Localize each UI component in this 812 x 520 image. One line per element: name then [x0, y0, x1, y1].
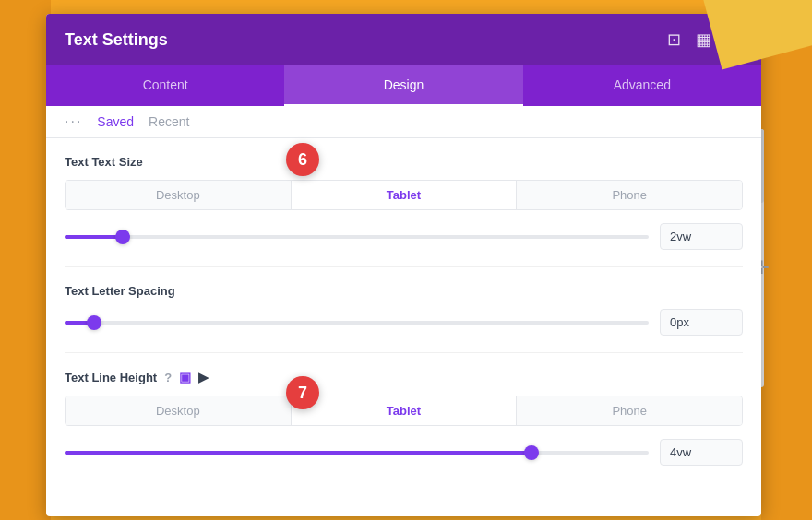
panel-header: Text Settings ⊡ ▦ ⋮: [46, 14, 761, 65]
step-badge-7: 7: [286, 376, 319, 409]
sub-tab-saved[interactable]: Saved: [97, 114, 134, 129]
slider-track-letter-spacing[interactable]: [65, 321, 649, 325]
device-tab-desktop-lh[interactable]: Desktop: [66, 396, 292, 425]
slider-fill-text-size: [65, 235, 123, 239]
device-tab-desktop-size[interactable]: Desktop: [66, 181, 292, 209]
bg-left: [0, 0, 51, 520]
slider-track-line-height[interactable]: [65, 451, 649, 455]
section-text-text-size: Text Text Size Desktop Tablet Phone: [65, 138, 743, 267]
section-label-text-text-size: Text Text Size: [65, 155, 743, 169]
banner-corner: [701, 0, 812, 83]
content-area: Text Text Size Desktop Tablet Phone Text…: [46, 138, 761, 512]
slider-thumb-line-height[interactable]: [524, 445, 539, 460]
main-panel: Text Settings ⊡ ▦ ⋮ Content Design Advan…: [46, 14, 761, 516]
device-tabs-text-size: Desktop Tablet Phone: [65, 180, 743, 210]
tab-content[interactable]: Content: [46, 65, 284, 106]
section-text-line-height: Text Line Height ? ▣ ▶ Desktop Tablet Ph…: [65, 353, 743, 482]
section-label-line-height: Text Line Height ? ▣ ▶: [65, 370, 743, 384]
section-text-letter-spacing: Text Letter Spacing: [65, 267, 743, 353]
device-tab-tablet-size[interactable]: Tablet: [292, 181, 518, 209]
device-tab-phone-lh[interactable]: Phone: [517, 396, 742, 425]
tab-design[interactable]: Design: [284, 65, 522, 106]
sub-tab-dots: ···: [65, 113, 82, 130]
main-tabs: Content Design Advanced: [46, 65, 761, 106]
value-input-letter-spacing[interactable]: [660, 309, 743, 336]
slider-row-text-size: [65, 223, 743, 250]
step-badge-6: 6: [286, 143, 319, 176]
help-icon-line-height[interactable]: ?: [164, 371, 172, 384]
value-input-text-size[interactable]: [660, 223, 743, 250]
slider-thumb-letter-spacing[interactable]: [87, 315, 102, 330]
value-input-line-height[interactable]: [660, 439, 743, 466]
section-label-letter-spacing: Text Letter Spacing: [65, 284, 743, 298]
cursor-icon-line-height: ▶: [198, 370, 209, 384]
device-tabs-line-height: Desktop Tablet Phone: [65, 396, 743, 426]
panel-title: Text Settings: [65, 30, 168, 50]
slider-row-line-height: [65, 439, 743, 466]
slider-row-letter-spacing: [65, 309, 743, 336]
sub-tab-recent[interactable]: Recent: [149, 114, 189, 129]
screen-icon[interactable]: ⊡: [667, 30, 681, 50]
sub-tabs-row: ··· Saved Recent: [46, 106, 761, 138]
device-tab-phone-size[interactable]: Phone: [517, 181, 742, 209]
slider-thumb-text-size[interactable]: [115, 230, 130, 244]
device-icon-line-height[interactable]: ▣: [179, 370, 191, 384]
slider-fill-line-height: [65, 451, 531, 455]
slider-track-text-size[interactable]: [65, 235, 649, 239]
device-tab-tablet-lh[interactable]: Tablet: [292, 396, 518, 425]
